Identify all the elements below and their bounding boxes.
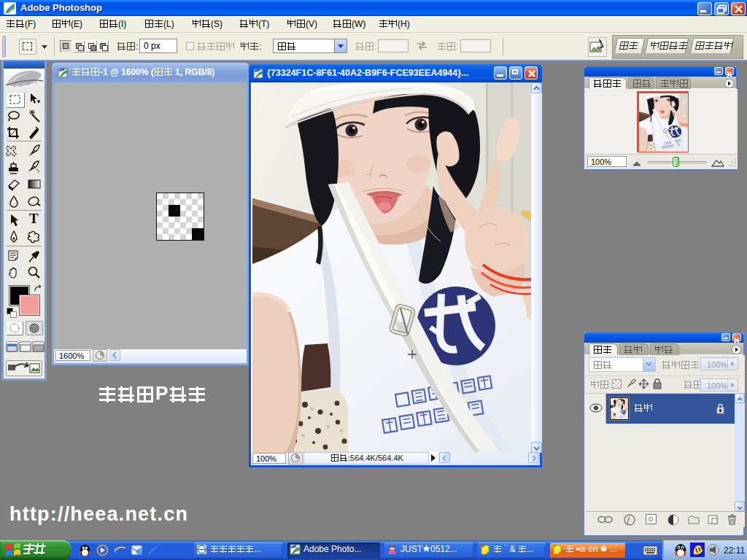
svg-text:f: f	[627, 516, 631, 524]
